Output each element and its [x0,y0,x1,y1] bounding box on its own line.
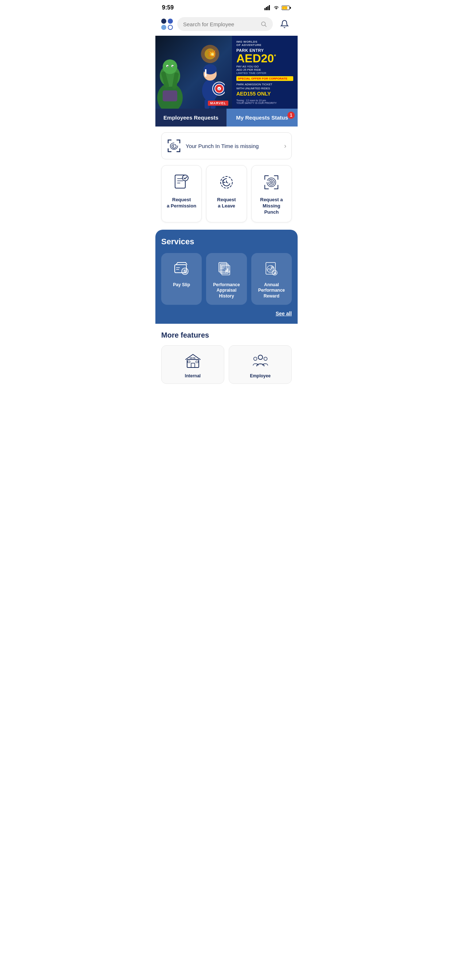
marvel-logo: MARVEL [208,100,228,106]
reward-icon: ★ [262,259,281,278]
tab-badge: 1 [287,111,295,119]
svg-text:WE'RE: WE'RE [190,357,196,359]
battery-icon: ⚡ [282,5,291,10]
main-tabs: Employees Requests My Requests Status 1 [155,109,298,127]
annual-performance-label: AnnualPerformanceReward [258,282,285,299]
wifi-icon [273,5,279,10]
logo-dot-1 [161,19,166,24]
banner-price: AED20* [236,52,293,64]
pay-slip-card[interactable]: $ Pay Slip [161,253,202,305]
svg-point-19 [172,66,174,67]
internal-icon: WE'RE [184,352,202,370]
svg-point-37 [182,175,188,181]
banner-text-right: IMG WORLDSOF ADVENTURE PARK ENTRY AED20*… [232,36,298,109]
search-bar[interactable] [177,17,273,31]
punch-alert-text: Your Punch In Time is missing [186,143,280,149]
svg-rect-15 [163,91,177,101]
leave-icon [217,173,236,192]
status-icons: ⚡ [265,5,291,10]
pay-slip-label: Pay Slip [173,282,190,288]
missing-punch-icon [262,173,281,192]
svg-text:★: ★ [274,271,276,275]
see-all-button[interactable]: See all [276,310,292,317]
svg-rect-59 [229,270,230,273]
svg-text:💥: 💥 [207,49,216,58]
appraisal-icon [217,259,236,278]
banner-timing: Timing : 12 noon to 10 pmYOUR SAFETY IS … [236,99,293,104]
more-features-cards: WE'RE Internal Employee [161,345,292,384]
appraisal-label: PerformanceAppraisal History [210,282,243,299]
status-bar: 9:59 ⚡ [155,0,298,14]
banner-pay-as-you-go: PAY AS YOU GOAED 25 PER RIDELIMITED TIME… [236,65,293,75]
internal-card[interactable]: WE'RE Internal [161,345,224,384]
promo-banner: ★ MARVEL 💥 IMG WORLDSOF ADVENTURE PARK E… [155,36,298,109]
banner-image-left: ★ MARVEL 💥 [155,36,232,109]
see-all-row: See all [161,310,292,317]
svg-rect-23 [205,69,206,76]
punch-chevron-icon: › [284,142,286,150]
svg-rect-64 [187,360,199,368]
banner-special-offer: SPECIAL OFFER FOR CORPORATE [236,76,293,81]
svg-rect-2 [267,6,268,10]
request-leave-card[interactable]: Requesta Leave [206,165,247,223]
banner-logo: IMG WORLDSOF ADVENTURE [236,40,293,47]
svg-point-70 [254,357,257,361]
employee-label: Employee [250,373,271,379]
hulk-character [155,50,199,109]
header [155,14,298,36]
fingerprint-icon [167,138,181,153]
svg-point-69 [258,355,263,360]
notification-button[interactable] [277,17,292,31]
svg-point-45 [271,182,272,183]
explosion-effect: 💥 [199,43,221,65]
svg-text:★: ★ [218,88,220,90]
permission-icon [172,173,191,192]
svg-rect-0 [265,8,266,10]
leave-label: Requesta Leave [217,197,236,209]
svg-point-18 [167,66,169,67]
services-cards: $ Pay Slip [161,253,292,305]
svg-text:⚡: ⚡ [283,6,286,10]
tab-employees-requests[interactable]: Employees Requests [155,109,226,127]
more-features-title: More features [161,331,292,339]
status-time: 9:59 [162,5,174,11]
svg-rect-5 [290,7,291,9]
employee-icon [252,352,269,370]
annual-performance-card[interactable]: ★ AnnualPerformanceReward [251,253,292,305]
tab-my-requests-status[interactable]: My Requests Status 1 [226,109,298,127]
pay-slip-icon: $ [172,259,191,278]
signal-icon [265,5,271,10]
banner-ticket-info: PARK ADMISSION TICKETWITH UNLIMITED RIDE… [236,83,293,98]
performance-appraisal-card[interactable]: PerformanceAppraisal History [206,253,247,305]
employee-card[interactable]: Employee [229,345,292,384]
svg-rect-3 [269,5,270,10]
svg-rect-65 [191,363,195,368]
logo-dot-2 [168,19,173,24]
more-features-section: More features WE'RE Internal [155,324,298,390]
services-title: Services [161,237,292,247]
request-permission-card[interactable]: Requesta Permission [161,165,202,223]
svg-text:$: $ [184,269,186,274]
action-cards: Requesta Permission Requesta Leave [161,165,292,223]
svg-rect-57 [225,270,226,273]
app-logo [161,19,173,30]
svg-line-9 [265,25,266,27]
svg-point-71 [264,357,267,361]
internal-label: Internal [185,373,201,379]
logo-dot-3 [161,25,166,30]
svg-rect-66 [188,361,190,363]
services-section: Services $ Pay Slip [155,230,298,324]
missing-punch-label: Request aMissing Punch [255,197,288,215]
svg-point-8 [262,22,266,26]
svg-rect-1 [266,7,267,10]
bell-icon [280,20,289,29]
svg-point-41 [226,182,227,183]
logo-dot-4 [168,25,173,30]
search-input[interactable] [183,21,257,27]
svg-rect-67 [196,361,198,363]
svg-rect-58 [227,268,228,273]
search-icon [260,21,267,27]
punch-alert[interactable]: Your Punch In Time is missing › [161,132,292,159]
permission-label: Requesta Permission [167,197,196,209]
request-missing-punch-card[interactable]: Request aMissing Punch [251,165,292,223]
